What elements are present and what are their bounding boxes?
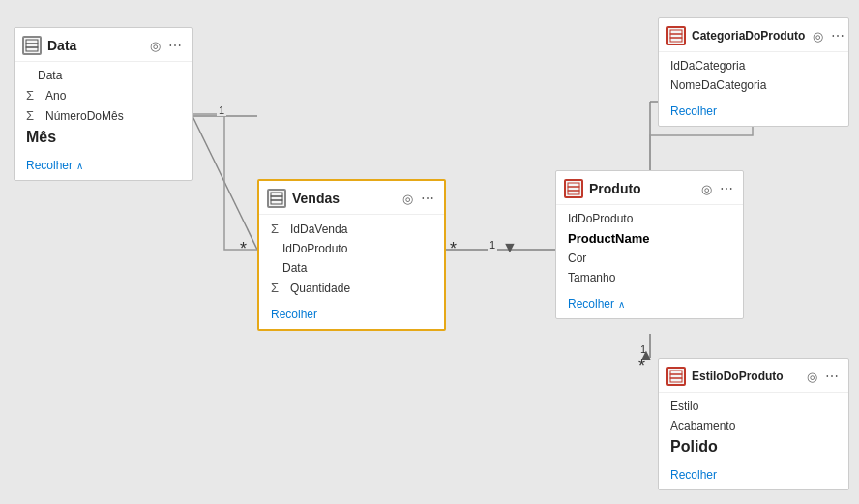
svg-rect-19 <box>670 371 682 374</box>
collapse-label: Recolher <box>670 104 717 118</box>
estilo-table-body: Estilo Acabamento Polido <box>659 393 848 462</box>
estilo-table-name: EstiloDoProduto <box>692 370 799 383</box>
svg-line-1 <box>193 116 257 250</box>
sigma-icon: Σ <box>271 222 284 236</box>
field-row: Acabamento <box>659 416 848 435</box>
estilo-eye-icon[interactable] <box>805 367 819 386</box>
collapse-chevron-icon: ∧ <box>76 161 83 171</box>
port-label-1b: 1 <box>488 239 497 251</box>
data-table-name: Data <box>47 38 142 53</box>
field-label: Data <box>38 69 62 82</box>
sigma-icon: Σ <box>26 88 40 103</box>
collapse-label: Recolher <box>568 297 614 311</box>
field-row: Cor <box>556 249 743 268</box>
data-eye-icon[interactable] <box>148 36 163 55</box>
field-label: NomeDaCategoria <box>670 78 766 92</box>
categoria-table-icon <box>666 26 686 45</box>
field-row: IdDoProduto <box>259 239 444 258</box>
sigma-icon: Σ <box>26 108 40 123</box>
field-label: Estilo <box>670 400 698 413</box>
data-table-icon <box>22 36 42 55</box>
port-asterisk-many-vendas: * <box>240 239 247 259</box>
vendas-header-icons <box>400 189 436 208</box>
svg-rect-17 <box>670 34 682 38</box>
svg-rect-11 <box>271 196 282 200</box>
vendas-eye-icon[interactable] <box>400 189 415 208</box>
estilo-more-icon[interactable] <box>823 367 841 386</box>
categoria-table-name: CategoriaDoProduto <box>692 29 805 43</box>
field-label: IdDaVenda <box>290 222 347 236</box>
field-row: Σ IdDaVenda <box>259 219 444 239</box>
estilo-collapse-button[interactable]: Recolher <box>659 462 848 489</box>
produto-table-icon <box>564 179 583 198</box>
svg-rect-7 <box>26 40 38 44</box>
field-label: Acabamento <box>670 419 735 432</box>
categoria-more-icon[interactable] <box>829 26 846 45</box>
svg-rect-12 <box>271 200 282 204</box>
svg-rect-13 <box>568 183 579 187</box>
svg-rect-20 <box>670 374 682 378</box>
produto-table-header: Produto <box>556 171 743 205</box>
field-row: Σ Ano <box>15 85 192 105</box>
field-row: Data <box>259 258 444 278</box>
vendas-table-body: Σ IdDaVenda IdDoProduto Data Σ Quantidad… <box>259 215 444 302</box>
svg-rect-16 <box>670 30 682 34</box>
field-row: Polido <box>659 435 848 459</box>
estilo-table-card: EstiloDoProduto Estilo Acabamento Polido… <box>658 358 849 490</box>
field-row-bold: ProductName <box>556 228 743 249</box>
produto-header-icons <box>699 179 735 198</box>
categoria-header-icons <box>811 26 846 45</box>
produto-collapse-button[interactable]: Recolher ∧ <box>556 291 743 318</box>
field-row: Data <box>15 66 192 85</box>
vendas-table-card: Vendas Σ IdDaVenda IdDoProduto Data Σ Qu… <box>257 179 446 331</box>
vendas-more-icon[interactable] <box>419 189 436 208</box>
vendas-table-icon <box>267 189 286 208</box>
data-table-header: Data <box>15 28 192 62</box>
field-row: Σ NúmeroDoMês <box>15 105 192 126</box>
field-label: Tamanho <box>568 271 615 284</box>
field-label: IdDaCategoria <box>670 59 745 73</box>
produto-more-icon[interactable] <box>718 179 735 198</box>
collapse-label: Recolher <box>271 308 317 321</box>
field-row: Σ Quantidade <box>259 278 444 298</box>
categoria-eye-icon[interactable] <box>811 26 825 45</box>
vendas-table-header: Vendas <box>259 181 444 215</box>
produto-table-body: IdDoProduto ProductName Cor Tamanho <box>556 205 743 291</box>
vendas-table-name: Vendas <box>292 191 395 206</box>
field-row: Tamanho <box>556 268 743 287</box>
categoria-collapse-button[interactable]: Recolher <box>659 99 848 126</box>
categoria-table-card: CategoriaDoProduto IdDaCategoria NomeDaC… <box>658 17 849 127</box>
port-asterisk-vendas-right: * <box>450 239 457 259</box>
field-row: Mês <box>15 126 192 149</box>
collapse-label: Recolher <box>670 468 717 482</box>
collapse-chevron-icon: ∧ <box>618 299 625 310</box>
field-row: IdDaCategoria <box>659 56 848 75</box>
data-more-icon[interactable] <box>166 36 184 55</box>
estilo-table-header: EstiloDoProduto <box>659 359 848 393</box>
data-table-card: Data Data Σ Ano Σ NúmeroDoMês Mês Reco <box>14 27 193 181</box>
svg-rect-15 <box>568 191 579 194</box>
sigma-icon: Σ <box>271 281 284 295</box>
diagram-canvas: 1 * * 1 ▼ 1 ▼ * 1 * ▲ Data Data Σ <box>0 0 859 504</box>
field-label: ProductName <box>568 231 650 246</box>
svg-rect-9 <box>26 47 38 51</box>
vendas-collapse-button[interactable]: Recolher <box>259 302 444 329</box>
field-label-large: Polido <box>670 438 718 456</box>
categoria-table-header: CategoriaDoProduto <box>659 18 848 52</box>
field-row: Estilo <box>659 397 848 416</box>
field-label-large: Mês <box>26 129 56 146</box>
field-label: Cor <box>568 252 586 265</box>
produto-eye-icon[interactable] <box>699 179 714 198</box>
field-label: IdDoProduto <box>568 212 633 225</box>
svg-rect-18 <box>670 38 682 42</box>
port-label-1a: 1 <box>217 104 226 116</box>
data-header-icons <box>148 36 184 55</box>
data-collapse-button[interactable]: Recolher ∧ <box>15 153 192 180</box>
svg-rect-8 <box>26 44 38 47</box>
field-label: Quantidade <box>290 282 350 295</box>
estilo-table-icon <box>666 367 686 386</box>
arrow-down-vendas: ▼ <box>502 239 518 256</box>
estilo-header-icons <box>805 367 841 386</box>
field-row: IdDoProduto <box>556 209 743 228</box>
produto-table-name: Produto <box>589 181 694 196</box>
